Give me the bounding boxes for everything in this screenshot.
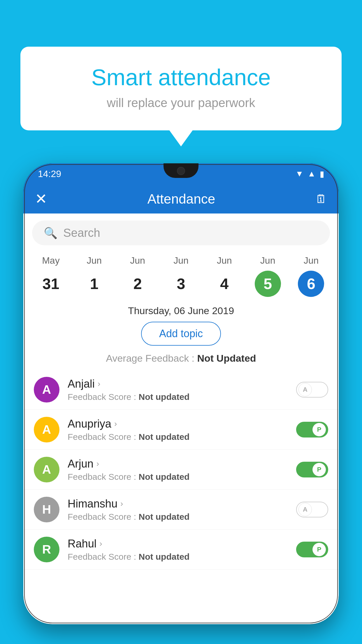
bubble-title: Smart attendance [44, 64, 318, 91]
cal-day[interactable]: Jun5 [249, 255, 287, 297]
cal-month-label: Jun [87, 255, 102, 266]
student-row[interactable]: AAnupriya ›Feedback Score : Not updatedP [23, 410, 339, 450]
student-row[interactable]: AAnjali ›Feedback Score : Not updatedA [23, 370, 339, 410]
feedback-score: Feedback Score : Not updated [68, 472, 288, 482]
search-placeholder: Search [63, 226, 100, 239]
wifi-icon: ▼ [296, 169, 304, 178]
cal-month-label: Jun [260, 255, 275, 266]
calendar-icon[interactable]: 🗓 [315, 192, 327, 206]
avatar: A [34, 377, 59, 402]
student-row[interactable]: HHimanshu ›Feedback Score : Not updatedA [23, 490, 339, 530]
avg-feedback-value: Not Updated [197, 353, 256, 364]
toggle-knob: P [312, 543, 326, 556]
student-info: Anupriya ›Feedback Score : Not updated [68, 418, 288, 442]
attendance-toggle[interactable]: P [296, 422, 328, 438]
cal-day[interactable]: Jun6 [292, 255, 330, 297]
student-name: Himanshu › [68, 498, 288, 510]
feedback-score: Feedback Score : Not updated [68, 552, 288, 562]
chevron-right-icon: › [98, 379, 100, 388]
student-info: Arjun ›Feedback Score : Not updated [68, 458, 288, 482]
cal-month-label: Jun [130, 255, 145, 266]
feedback-score: Feedback Score : Not updated [68, 432, 288, 442]
cal-day-number[interactable]: 31 [38, 271, 64, 297]
cal-day[interactable]: Jun1 [75, 255, 113, 297]
bubble-subtitle: will replace your paperwork [44, 96, 318, 110]
phone-wrapper: 14:29 ▼ ▲ ▮ ✕ Attendance 🗓 🔍 Search [23, 163, 339, 644]
search-icon: 🔍 [44, 227, 57, 239]
cal-month-label: May [42, 255, 59, 266]
phone-frame: 14:29 ▼ ▲ ▮ ✕ Attendance 🗓 🔍 Search [23, 163, 339, 624]
search-bar[interactable]: 🔍 Search [32, 220, 330, 245]
signal-icon: ▲ [307, 169, 316, 178]
chevron-right-icon: › [99, 539, 102, 548]
status-time: 14:29 [38, 169, 61, 179]
avatar: A [34, 417, 59, 442]
chevron-right-icon: › [96, 459, 99, 468]
calendar-strip: May31Jun1Jun2Jun3Jun4Jun5Jun6 [23, 252, 339, 297]
student-row[interactable]: RRahul ›Feedback Score : Not updatedP [23, 530, 339, 570]
attendance-toggle[interactable]: A [296, 502, 328, 517]
student-name: Anupriya › [68, 418, 288, 430]
app-header: ✕ Attendance 🗓 [23, 184, 339, 214]
cal-day[interactable]: Jun3 [162, 255, 200, 297]
front-camera [177, 167, 185, 175]
student-info: Himanshu ›Feedback Score : Not updated [68, 498, 288, 522]
toggle-knob: P [312, 463, 326, 476]
cal-day-number[interactable]: 4 [211, 271, 238, 297]
student-name: Rahul › [68, 538, 288, 550]
header-title: Attendance [147, 191, 215, 207]
toggle-knob: A [298, 383, 312, 396]
student-list: AAnjali ›Feedback Score : Not updatedAAA… [23, 370, 339, 570]
avg-feedback-label: Average Feedback : [106, 353, 197, 364]
battery-icon: ▮ [320, 169, 324, 179]
feedback-score: Feedback Score : Not updated [68, 512, 288, 522]
close-button[interactable]: ✕ [35, 190, 47, 207]
cal-day-number[interactable]: 6 [298, 271, 324, 297]
student-row[interactable]: AArjun ›Feedback Score : Not updatedP [23, 450, 339, 490]
avatar: R [34, 537, 59, 562]
cal-day[interactable]: Jun2 [119, 255, 157, 297]
cal-day[interactable]: May31 [32, 255, 70, 297]
toggle-knob: P [312, 423, 326, 436]
cal-day-number[interactable]: 3 [168, 271, 194, 297]
chevron-right-icon: › [120, 499, 123, 508]
attendance-toggle[interactable]: P [296, 542, 328, 557]
attendance-toggle[interactable]: P [296, 462, 328, 477]
screen-content: 🔍 Search May31Jun1Jun2Jun3Jun4Jun5Jun6 T… [23, 214, 339, 624]
avatar: A [34, 457, 59, 482]
student-name: Anjali › [68, 378, 288, 390]
cal-day[interactable]: Jun4 [205, 255, 243, 297]
avg-feedback: Average Feedback : Not Updated [23, 353, 339, 364]
cal-day-number[interactable]: 5 [255, 271, 281, 297]
cal-month-label: Jun [304, 255, 319, 266]
cal-month-label: Jun [217, 255, 232, 266]
cal-day-number[interactable]: 2 [124, 271, 151, 297]
cal-day-number[interactable]: 1 [81, 271, 107, 297]
phone-notch [164, 163, 198, 178]
student-name: Arjun › [68, 458, 288, 470]
chevron-right-icon: › [114, 419, 117, 428]
date-label: Thursday, 06 June 2019 [23, 297, 339, 322]
student-info: Rahul ›Feedback Score : Not updated [68, 538, 288, 562]
speech-bubble: Smart attendance will replace your paper… [20, 47, 342, 130]
status-icons: ▼ ▲ ▮ [296, 169, 324, 179]
avatar: H [34, 497, 59, 522]
attendance-toggle[interactable]: A [296, 382, 328, 398]
speech-bubble-wrapper: Smart attendance will replace your paper… [20, 47, 342, 130]
toggle-knob: A [298, 503, 312, 516]
feedback-score: Feedback Score : Not updated [68, 392, 288, 402]
student-info: Anjali ›Feedback Score : Not updated [68, 378, 288, 402]
add-topic-button[interactable]: Add topic [141, 322, 221, 346]
cal-month-label: Jun [173, 255, 189, 266]
